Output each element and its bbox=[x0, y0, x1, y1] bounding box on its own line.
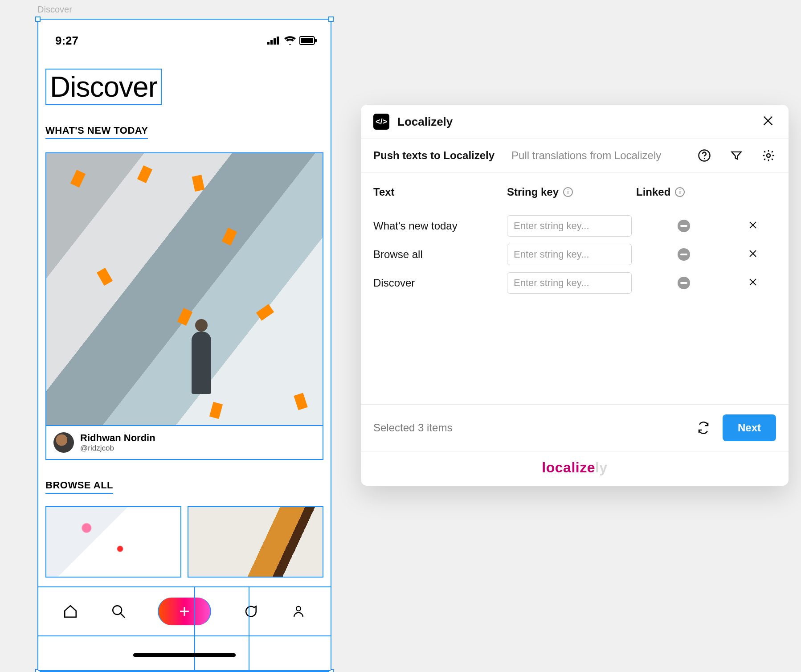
row-text: What's new today bbox=[373, 212, 507, 240]
svg-point-15 bbox=[704, 158, 705, 160]
chat-icon[interactable] bbox=[241, 602, 259, 620]
search-icon[interactable] bbox=[110, 602, 127, 620]
dialog-tabs: Push texts to Localizely Pull translatio… bbox=[361, 139, 789, 172]
avatar bbox=[53, 432, 74, 453]
row-text: Discover bbox=[373, 269, 507, 297]
close-icon[interactable] bbox=[762, 115, 776, 129]
svg-rect-1 bbox=[270, 40, 273, 45]
grid-tile[interactable] bbox=[45, 506, 181, 578]
linked-status-icon bbox=[678, 277, 690, 289]
section-heading-whats-new[interactable]: WHAT'S NEW TODAY bbox=[45, 125, 148, 139]
filter-icon[interactable] bbox=[729, 148, 744, 163]
selection-handle-nw[interactable] bbox=[35, 16, 41, 22]
string-key-input[interactable] bbox=[507, 215, 632, 237]
dialog-title: Localizely bbox=[397, 115, 453, 129]
card-footer: Ridhwan Nordin @ridzjcob bbox=[46, 425, 323, 459]
column-text: Text bbox=[373, 186, 507, 212]
dialog-footer: Selected 3 items Next bbox=[361, 404, 789, 451]
svg-rect-0 bbox=[267, 42, 270, 45]
brand-icon: </> bbox=[373, 114, 389, 130]
linked-status-icon bbox=[678, 248, 690, 261]
status-time: 9:27 bbox=[55, 34, 78, 48]
remove-row-icon[interactable] bbox=[748, 248, 760, 261]
battery-icon bbox=[299, 36, 317, 45]
status-bar: 9:27 bbox=[38, 20, 331, 51]
fab-add-button[interactable] bbox=[158, 598, 211, 625]
refresh-icon[interactable] bbox=[696, 420, 711, 435]
page-title[interactable]: Discover bbox=[45, 69, 162, 105]
browse-grid bbox=[45, 506, 323, 578]
svg-point-11 bbox=[296, 606, 301, 611]
svg-line-8 bbox=[120, 613, 125, 618]
svg-rect-20 bbox=[680, 254, 687, 255]
grid-tile[interactable] bbox=[188, 506, 323, 578]
svg-rect-23 bbox=[680, 282, 687, 284]
author-name: Ridhwan Nordin bbox=[80, 432, 155, 444]
gear-icon[interactable] bbox=[761, 148, 776, 163]
row-text: Browse all bbox=[373, 240, 507, 269]
mobile-artboard[interactable]: 9:27 Discover WHAT'S NEW TODAY Ridhwan N… bbox=[37, 19, 331, 672]
info-icon[interactable]: i bbox=[675, 187, 685, 197]
svg-rect-3 bbox=[277, 37, 279, 45]
section-heading-browse-all[interactable]: BROWSE ALL bbox=[45, 479, 113, 494]
next-button[interactable]: Next bbox=[723, 414, 776, 441]
info-icon[interactable]: i bbox=[563, 187, 573, 197]
feature-card[interactable]: Ridhwan Nordin @ridzjcob bbox=[45, 152, 323, 460]
tab-push[interactable]: Push texts to Localizely bbox=[373, 149, 494, 162]
svg-rect-6 bbox=[315, 39, 317, 42]
svg-point-7 bbox=[113, 606, 122, 615]
string-key-input[interactable] bbox=[507, 272, 632, 294]
linked-status-icon bbox=[678, 220, 690, 232]
string-key-input[interactable] bbox=[507, 244, 632, 265]
localizely-dialog: </> Localizely Push texts to Localizely … bbox=[361, 105, 789, 486]
dialog-body: Text String keyi Linkedi What's new toda… bbox=[361, 172, 789, 404]
help-icon[interactable] bbox=[697, 148, 712, 163]
selection-status: Selected 3 items bbox=[373, 422, 452, 434]
home-icon[interactable] bbox=[61, 602, 79, 620]
frame-label: Discover bbox=[37, 4, 72, 15]
profile-icon[interactable] bbox=[290, 602, 307, 620]
column-key: String keyi bbox=[507, 186, 636, 212]
column-linked: Linkedi bbox=[636, 186, 732, 212]
tab-pull[interactable]: Pull translations from Localizely bbox=[511, 149, 661, 162]
remove-row-icon[interactable] bbox=[748, 277, 760, 289]
svg-rect-17 bbox=[680, 225, 687, 227]
author-handle: @ridzjcob bbox=[80, 444, 155, 453]
cellular-icon bbox=[267, 37, 281, 45]
home-indicator bbox=[133, 653, 236, 657]
dialog-header: </> Localizely bbox=[361, 105, 789, 139]
status-icons bbox=[267, 36, 317, 45]
svg-rect-5 bbox=[301, 38, 313, 43]
svg-rect-2 bbox=[274, 38, 276, 45]
selection-handle-ne[interactable] bbox=[328, 16, 334, 22]
feature-image bbox=[46, 153, 323, 425]
remove-row-icon[interactable] bbox=[748, 220, 760, 232]
wifi-icon bbox=[284, 36, 296, 45]
svg-point-16 bbox=[767, 154, 770, 157]
footer-logo: localizely bbox=[361, 451, 789, 486]
tab-bar bbox=[38, 586, 331, 671]
